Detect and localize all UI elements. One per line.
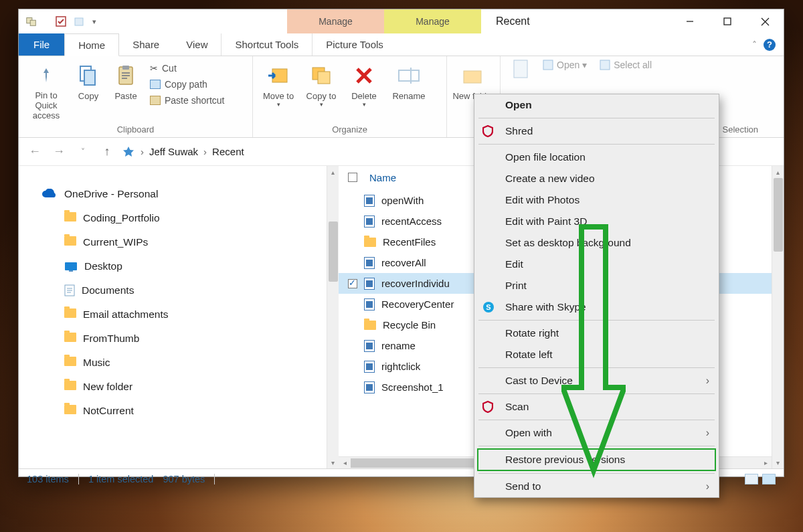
paste-button[interactable]: Paste: [108, 59, 143, 101]
svg-rect-26: [65, 262, 77, 270]
tree-item-icon: [64, 284, 75, 296]
tree-item[interactable]: Documents: [64, 278, 327, 302]
ctx-restore-previous-versions[interactable]: Restore previous versions: [477, 448, 716, 471]
select-all-button[interactable]: Select all: [599, 59, 652, 71]
ctx-shred[interactable]: Shred: [474, 120, 719, 142]
tree-item[interactable]: New folder: [64, 375, 327, 399]
path-icon: [150, 80, 161, 89]
nav-recent-icon[interactable]: ˅: [74, 147, 92, 157]
delete-button[interactable]: Delete▾: [344, 59, 384, 108]
scissors-icon: ✂: [150, 63, 158, 74]
tree-item[interactable]: FromThumb: [64, 327, 327, 351]
file-name: recoverIndividu: [381, 278, 450, 289]
image-file-icon: [364, 298, 375, 311]
ctx-set-background[interactable]: Set as desktop background: [474, 232, 719, 254]
cut-button[interactable]: ✂Cut: [149, 62, 246, 75]
paste-shortcut-button[interactable]: Paste shortcut: [149, 94, 246, 107]
tree-item[interactable]: Coding_Portfolio: [64, 206, 327, 230]
ctx-edit-paint3d[interactable]: Edit with Paint 3D: [474, 211, 719, 232]
move-to-button[interactable]: Move to▾: [258, 59, 298, 108]
file-v-scrollbar[interactable]: ▴ ▾: [772, 166, 784, 468]
breadcrumb[interactable]: › Jeff Suwak › Recent: [122, 146, 244, 158]
tree-onedrive[interactable]: OneDrive - Personal: [41, 182, 327, 206]
tree-item[interactable]: Email attachments: [64, 302, 327, 327]
folder-icon: [364, 321, 376, 330]
tab-share[interactable]: Share: [119, 33, 173, 56]
copy-path-button[interactable]: Copy path: [149, 78, 246, 91]
ctx-print[interactable]: Print: [474, 275, 719, 296]
tree-item[interactable]: Music: [64, 351, 327, 375]
quick-access-icon: [122, 146, 135, 158]
mcafee-icon: [482, 401, 497, 413]
nav-back-icon[interactable]: ←: [25, 145, 44, 159]
file-name: openWith: [381, 195, 424, 206]
tree-item-icon: [64, 381, 76, 393]
desktop-background: ▾ Manage Manage Recent File Home Share V…: [0, 0, 803, 532]
copy-button[interactable]: Copy: [71, 59, 106, 101]
tree-item[interactable]: NotCurrent: [64, 399, 327, 423]
pin-label: Pin to Quick access: [24, 91, 68, 121]
tree-item[interactable]: Current_WIPs: [64, 230, 327, 254]
image-file-icon: [364, 195, 375, 207]
pin-quick-access-button[interactable]: Pin to Quick access: [24, 59, 68, 121]
ctx-send-to[interactable]: Send to›: [474, 476, 719, 497]
svg-rect-20: [399, 70, 419, 81]
row-checkbox[interactable]: [348, 279, 357, 288]
ctx-edit-photos[interactable]: Edit with Photos: [474, 189, 719, 211]
ctx-tab-manage-shortcut[interactable]: Manage: [287, 9, 384, 33]
nav-up-icon[interactable]: ↑: [98, 145, 116, 159]
help-icon[interactable]: ?: [764, 39, 776, 51]
status-selected: 1 item selected: [88, 474, 154, 484]
tab-picture-tools[interactable]: Picture Tools: [312, 33, 397, 56]
close-button[interactable]: [746, 9, 784, 33]
select-all-checkbox[interactable]: [348, 173, 357, 182]
tree-item-label: Coding_Portfolio: [83, 212, 160, 224]
maximize-button[interactable]: [709, 9, 746, 33]
group-clipboard-label: Clipboard: [24, 123, 247, 136]
mcafee-icon: [482, 125, 497, 137]
tab-home[interactable]: Home: [64, 33, 119, 56]
tab-file[interactable]: File: [19, 33, 64, 56]
ctx-cast-to-device[interactable]: Cast to Device›: [474, 370, 719, 391]
svg-rect-14: [122, 78, 127, 79]
ctx-scan[interactable]: Scan: [474, 396, 719, 418]
title-bar: ▾ Manage Manage Recent: [19, 9, 784, 33]
ctx-tab-manage-picture[interactable]: Manage: [384, 9, 481, 33]
ctx-open-with[interactable]: Open with›: [474, 422, 719, 444]
ctx-open-location[interactable]: Open file location: [474, 147, 719, 168]
ctx-share-skype[interactable]: SShare with Skype: [474, 296, 719, 318]
tree-item-label: Music: [83, 357, 110, 369]
tree-scrollbar[interactable]: ▴ ▾: [327, 166, 339, 468]
svg-text:S: S: [486, 303, 490, 311]
copy-to-button[interactable]: Copy to▾: [301, 59, 341, 108]
ctx-edit[interactable]: Edit: [474, 254, 719, 275]
qat-properties-icon[interactable]: [55, 15, 67, 27]
tree-item[interactable]: Desktop: [64, 254, 327, 278]
nav-forward-icon[interactable]: →: [50, 145, 68, 159]
view-mode-buttons[interactable]: [745, 474, 776, 484]
qat-new-folder-icon[interactable]: [74, 15, 86, 27]
open-split-button[interactable]: Open ▾: [542, 59, 587, 71]
tab-shortcut-tools[interactable]: Shortcut Tools: [221, 33, 312, 56]
minimize-button[interactable]: [671, 9, 709, 33]
crumb-user[interactable]: Jeff Suwak: [149, 146, 198, 157]
nav-tree[interactable]: OneDrive - Personal Coding_PortfolioCurr…: [19, 166, 327, 468]
tree-item-icon: [64, 212, 76, 224]
properties-icon[interactable]: [513, 59, 530, 79]
collapse-ribbon-icon[interactable]: ˄: [752, 39, 757, 50]
tab-view[interactable]: View: [173, 33, 221, 56]
ctx-create-video[interactable]: Create a new video: [474, 168, 719, 189]
rename-button[interactable]: Rename: [387, 59, 431, 101]
ctx-rotate-right[interactable]: Rotate right: [474, 323, 719, 344]
svg-rect-3: [75, 18, 83, 25]
crumb-folder[interactable]: Recent: [212, 146, 244, 157]
file-name: Recycle Bin: [383, 319, 436, 331]
ctx-rotate-left[interactable]: Rotate left: [474, 344, 719, 365]
tree-item-icon: [64, 405, 76, 417]
column-name-header[interactable]: Name: [369, 172, 396, 183]
quick-access-toolbar: ▾: [19, 15, 96, 27]
ribbon-tabs: File Home Share View Shortcut Tools Pict…: [19, 33, 784, 56]
svg-rect-24: [543, 60, 553, 70]
image-file-icon: [364, 278, 375, 290]
ctx-open[interactable]: Open: [474, 94, 719, 116]
